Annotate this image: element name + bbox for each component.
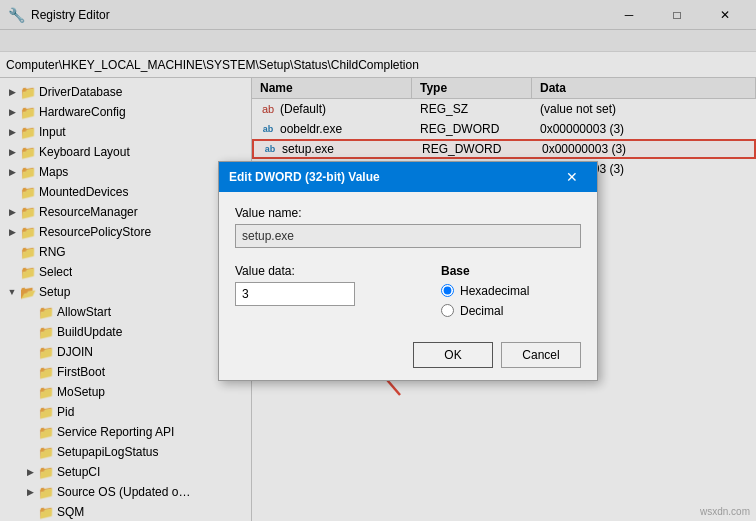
- base-label: Base: [441, 264, 581, 278]
- modal-value-section: Value data:: [235, 264, 429, 324]
- modal-bottom-row: Value data: Base Hexadecimal Decimal: [235, 264, 581, 324]
- dec-label: Decimal: [460, 304, 503, 318]
- dec-radio[interactable]: [441, 304, 454, 317]
- value-data-label: Value data:: [235, 264, 429, 278]
- modal-title-bar: Edit DWORD (32-bit) Value ✕: [219, 162, 597, 192]
- modal-close-button[interactable]: ✕: [557, 162, 587, 192]
- value-name-label: Value name:: [235, 206, 581, 220]
- cancel-button[interactable]: Cancel: [501, 342, 581, 368]
- radio-decimal[interactable]: Decimal: [441, 304, 581, 318]
- modal-body: Value name: Value data: Base Hexadecimal: [219, 192, 597, 334]
- hex-radio[interactable]: [441, 284, 454, 297]
- value-data-input[interactable]: [235, 282, 355, 306]
- ok-button[interactable]: OK: [413, 342, 493, 368]
- modal-overlay: Edit DWORD (32-bit) Value ✕ Value name: …: [0, 0, 756, 521]
- value-name-input[interactable]: [235, 224, 581, 248]
- modal-base-section: Base Hexadecimal Decimal: [441, 264, 581, 324]
- modal-footer: OK Cancel: [219, 334, 597, 380]
- hex-label: Hexadecimal: [460, 284, 529, 298]
- radio-hexadecimal[interactable]: Hexadecimal: [441, 284, 581, 298]
- edit-dword-modal: Edit DWORD (32-bit) Value ✕ Value name: …: [218, 161, 598, 381]
- modal-title: Edit DWORD (32-bit) Value: [229, 170, 380, 184]
